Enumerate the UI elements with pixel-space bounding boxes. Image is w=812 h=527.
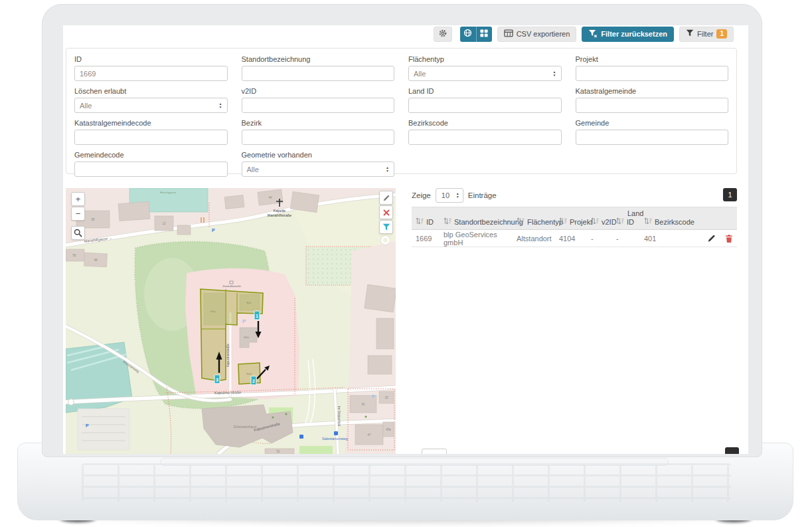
filter-field-gemeinde: Gemeinde [576, 119, 729, 145]
column-header-projekt[interactable]: Projekt [559, 209, 591, 226]
svg-text:Kapelle: Kapelle [274, 209, 285, 213]
loeschen-erlaubt-select[interactable]: Alle [74, 98, 228, 113]
close-icon [383, 209, 390, 216]
funnel-icon [382, 223, 390, 231]
row-actions [707, 234, 733, 243]
edit-button[interactable] [707, 234, 716, 243]
filter-clear-icon [588, 29, 598, 39]
field-label: Standortbezeichnung [242, 55, 395, 63]
filter-reset-button[interactable]: Filter zurücksetzen [582, 27, 674, 42]
svg-text:65: 65 [91, 218, 95, 221]
standortbezeichnung-field[interactable] [242, 66, 395, 81]
svg-text:Diözesanhaus: Diözesanhaus [234, 425, 257, 429]
csv-export-button[interactable]: CSV exportieren [497, 27, 577, 42]
table-export-icon [504, 29, 513, 39]
sort-icon [444, 217, 451, 226]
table-row[interactable]: 1669 blp GeoServices gmbH Altstandort 41… [412, 230, 737, 247]
map-clear-button[interactable] [379, 205, 393, 219]
cell-id: 1669 [416, 235, 444, 243]
map-filter-button[interactable] [379, 220, 393, 234]
sort-icon [644, 217, 652, 226]
projekt-field[interactable] [576, 66, 729, 81]
svg-text:62: 62 [361, 403, 365, 406]
column-header-id[interactable]: ID [416, 209, 444, 226]
geometrie-vorhanden-select[interactable]: Alle [242, 161, 395, 177]
select-value: Alle [80, 102, 92, 110]
toolbar: CSV exportieren Filter zurücksetzen Filt… [434, 26, 734, 42]
flaechentyp-select[interactable]: Alle [408, 66, 562, 81]
view-toggle-group [460, 27, 492, 42]
partial-pagination-button[interactable] [725, 447, 739, 454]
svg-text:2: 2 [252, 379, 255, 383]
pagination-page-1[interactable]: 1 [723, 188, 737, 201]
filter-panel: ID Standortbezeichnung Flächentyp Alle P… [66, 48, 737, 174]
svg-text:Im Weizenfeld: Im Weizenfeld [337, 406, 341, 427]
svg-text:50: 50 [72, 254, 76, 257]
field-label: Flächentyp [408, 55, 562, 63]
id-field[interactable] [74, 66, 228, 81]
map-canvas[interactable]: Mariahilfgasse → Kapelle Mariahilfstraße… [66, 188, 396, 454]
page-length-select[interactable]: 10 [436, 188, 463, 203]
map-zoom-in-button[interactable]: + [71, 192, 85, 206]
field-label: Projekt [576, 55, 729, 63]
cell-projekt: 4104 [559, 235, 591, 243]
cell-v2id: - [591, 235, 616, 243]
marker-2[interactable]: 2 [251, 376, 256, 385]
partial-select-box[interactable] [422, 449, 447, 454]
column-header-standortbezeichnung[interactable]: Standortbezeichnung [444, 209, 517, 226]
bezirk-field[interactable] [242, 130, 395, 145]
filter-field-flaechentyp: Flächentyp Alle [408, 55, 562, 81]
filter-field-id: ID [74, 55, 228, 81]
svg-text:3: 3 [216, 377, 218, 382]
field-label: Bezirk [242, 119, 395, 127]
filter-button[interactable]: Filter 1 [679, 27, 734, 42]
filter-field-loeschen-erlaubt: Löschen erlaubt Alle [74, 87, 228, 113]
length-suffix: Einträge [468, 191, 497, 199]
svg-text:P: P [242, 318, 246, 324]
map-zoom-out-button[interactable]: − [71, 207, 85, 221]
table-header-row: ID Standortbezeichnung Flächentyp Projek… [412, 207, 737, 230]
map-container[interactable]: Mariahilfgasse → Kapelle Mariahilfstraße… [66, 188, 396, 454]
marker-1[interactable]: 1 [254, 311, 260, 320]
magnifier-icon [74, 229, 82, 237]
gemeinde-field[interactable] [576, 130, 729, 145]
marker-3[interactable]: 3 [214, 375, 220, 383]
v2id-field[interactable] [242, 98, 395, 113]
column-header-bezirkscode[interactable]: Bezirkscode [644, 209, 705, 226]
sort-icon [591, 217, 599, 226]
svg-text:P: P [372, 394, 375, 399]
column-header-v2id[interactable]: v2ID [591, 209, 616, 226]
settings-button[interactable] [434, 27, 452, 42]
draw-icon [382, 194, 390, 202]
land-id-field[interactable] [408, 98, 562, 113]
map-draw-button[interactable] [379, 191, 393, 205]
svg-text:44: 44 [268, 196, 272, 199]
filter-field-projekt: Projekt [576, 55, 729, 81]
map-circle-tool[interactable] [381, 236, 390, 245]
svg-text:Kapuzinerstraße: Kapuzinerstraße [226, 344, 230, 368]
bezirkscode-field[interactable] [408, 130, 562, 145]
filter-field-bezirkscode: Bezirkscode [408, 119, 562, 145]
svg-text:Kapuzinerstraße: Kapuzinerstraße [214, 390, 241, 395]
filter-field-standortbezeichnung: Standortbezeichnung [242, 55, 395, 81]
svg-text:P: P [86, 423, 89, 428]
map-view-button[interactable] [460, 27, 476, 42]
svg-text:P: P [212, 228, 215, 233]
svg-text:B4b: B4b [244, 336, 249, 339]
map-search-button[interactable] [71, 226, 85, 240]
table-length-control: Zeige 10 Einträge 1 [412, 188, 737, 203]
bus-stop-icon [334, 431, 338, 435]
field-label: Katastralgemeinde [576, 87, 729, 95]
field-label: ID [74, 55, 228, 63]
svg-text:B4a: B4a [210, 310, 216, 313]
filter-label: Filter [697, 30, 713, 38]
gemeindecode-field[interactable] [74, 161, 228, 177]
table-view-button[interactable] [476, 27, 492, 42]
column-header-flaechentyp[interactable]: Flächentyp [517, 209, 559, 226]
field-label: Geometrie vorhanden [242, 151, 395, 159]
katastralgemeindecode-field[interactable] [74, 130, 228, 145]
cell-bezirkscode: 401 [644, 235, 705, 243]
column-header-land-id[interactable]: Land ID [616, 209, 644, 226]
katastralgemeinde-field[interactable] [576, 98, 729, 113]
delete-button[interactable] [725, 234, 733, 243]
